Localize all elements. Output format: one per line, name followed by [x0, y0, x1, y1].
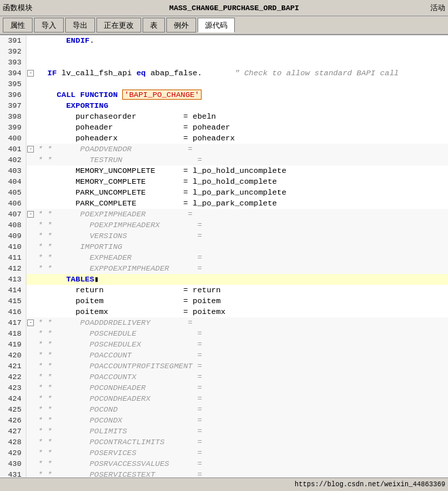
code-line: * * POADDDRDELIVERY =: [35, 317, 448, 328]
code-line: * * POEXPIMPHEADERX =: [35, 220, 448, 231]
line-number: 419: [0, 339, 26, 350]
fold-indicator: [26, 285, 35, 296]
fold-indicator: [26, 35, 35, 46]
code-line: * * POSCHEDULEX =: [35, 339, 448, 350]
fold-icon[interactable]: -: [27, 319, 34, 326]
code-line: * * POACCOUNT =: [35, 350, 448, 361]
fold-indicator: [26, 220, 35, 231]
code-line: MEMORY_COMPLETE = l_po_hold_complete: [35, 176, 448, 187]
code-line: * * IMPORTING: [35, 241, 448, 252]
code-line: * * POSERVICESTEXT =: [35, 469, 448, 477]
fold-indicator: [26, 133, 35, 144]
fold-indicator: [26, 46, 35, 57]
code-line: * * POCONDHEADERX =: [35, 393, 448, 404]
top-bar-right-title: 活动: [430, 3, 445, 13]
line-number: 407: [0, 209, 26, 220]
code-line: * * EXPPOEXPIMPHEADER =: [35, 263, 448, 274]
code-line: * * POCONDHEADER =: [35, 382, 448, 393]
fold-indicator: [26, 328, 35, 339]
table-row: 421* * POACCOUNTPROFITSEGMENT =: [0, 361, 448, 372]
code-line: MEMORY_UNCOMPLETE = l_po_hold_uncomplete: [35, 165, 448, 176]
code-line: poheaderx = poheaderx: [35, 133, 448, 144]
fold-indicator[interactable]: -: [26, 144, 35, 155]
table-row: 431* * POSERVICESTEXT =: [0, 469, 448, 477]
top-bar-left-title: 函数模块: [3, 3, 33, 13]
line-number: 420: [0, 350, 26, 361]
fold-indicator: [26, 165, 35, 176]
toolbar: 属性导入导出正在更改表例外源代码: [0, 16, 448, 35]
toolbar-btn-正在更改[interactable]: 正在更改: [96, 18, 141, 33]
table-row: 414 return = return: [0, 285, 448, 296]
fold-indicator: [26, 274, 35, 285]
line-number: 403: [0, 165, 26, 176]
line-number: 405: [0, 187, 26, 198]
table-row: 428* * POCONTRACTLIMITS =: [0, 437, 448, 448]
table-row: 405 PARK_UNCOMPLETE = l_po_park_uncomple…: [0, 187, 448, 198]
fold-indicator: [26, 458, 35, 469]
line-number: 406: [0, 198, 26, 209]
fold-indicator: [26, 437, 35, 448]
line-number: 412: [0, 263, 26, 274]
line-number: 413: [0, 274, 26, 285]
table-row: 420* * POACCOUNT =: [0, 350, 448, 361]
table-row: 396 CALL FUNCTION 'BAPI_PO_CHANGE': [0, 90, 448, 100]
fold-indicator: [26, 122, 35, 133]
code-content[interactable]: 391 ENDIF.392393394- IF lv_call_fsh_api …: [0, 35, 448, 477]
toolbar-btn-导出[interactable]: 导出: [65, 18, 95, 33]
toolbar-btn-例外[interactable]: 例外: [166, 18, 196, 33]
fold-icon[interactable]: -: [27, 70, 34, 77]
line-number: 431: [0, 469, 26, 477]
table-row: 394- IF lv_call_fsh_api eq abap_false. "…: [0, 68, 448, 79]
table-row: 402* * TESTRUN =: [0, 155, 448, 165]
code-line: [35, 79, 448, 90]
toolbar-btn-属性[interactable]: 属性: [3, 18, 33, 33]
fold-icon[interactable]: -: [27, 146, 34, 153]
toolbar-btn-导入[interactable]: 导入: [34, 18, 64, 33]
table-row: 423* * POCONDHEADER =: [0, 382, 448, 393]
toolbar-btn-表[interactable]: 表: [143, 18, 165, 33]
line-number: 427: [0, 426, 26, 437]
line-number: 421: [0, 361, 26, 372]
line-number: 409: [0, 231, 26, 241]
line-number: 392: [0, 46, 26, 57]
line-number: 402: [0, 155, 26, 165]
fold-indicator[interactable]: -: [26, 209, 35, 220]
fold-indicator: [26, 231, 35, 241]
fold-indicator[interactable]: -: [26, 317, 35, 328]
code-line: poitemx = poitemx: [35, 307, 448, 317]
line-number: 428: [0, 437, 26, 448]
toolbar-btn-源代码[interactable]: 源代码: [198, 18, 235, 33]
line-number: 399: [0, 122, 26, 133]
line-number: 418: [0, 328, 26, 339]
code-line: * * POCONDX =: [35, 415, 448, 426]
line-number: 422: [0, 372, 26, 382]
line-number: 397: [0, 100, 26, 111]
table-row: 417-* * POADDDRDELIVERY =: [0, 317, 448, 328]
code-line: TABLES▮: [35, 274, 448, 285]
code-line: ENDIF.: [35, 35, 448, 46]
line-number: 423: [0, 382, 26, 393]
fold-indicator: [26, 307, 35, 317]
line-number: 429: [0, 448, 26, 458]
code-table: 391 ENDIF.392393394- IF lv_call_fsh_api …: [0, 35, 448, 477]
fold-indicator: [26, 79, 35, 90]
code-line: EXPORTING: [35, 100, 448, 111]
fold-indicator: [26, 57, 35, 68]
table-row: 401-* * POADDVENDOR =: [0, 144, 448, 155]
code-line: [35, 46, 448, 57]
code-line: * * POACCOUNTPROFITSEGMENT =: [35, 361, 448, 372]
fold-icon[interactable]: -: [27, 211, 34, 218]
table-row: 430* * POSRVACCESSVALUES =: [0, 458, 448, 469]
line-number: 414: [0, 285, 26, 296]
line-number: 395: [0, 79, 26, 90]
code-line: purchaseorder = ebeln: [35, 111, 448, 122]
code-line: * * EXPHEADER =: [35, 252, 448, 263]
code-line: * * POSRVACCESSVALUES =: [35, 458, 448, 469]
fold-indicator: [26, 404, 35, 415]
code-line: PARK_COMPLETE = l_po_park_complete: [35, 198, 448, 209]
fold-indicator: [26, 176, 35, 187]
line-number: 410: [0, 241, 26, 252]
code-line: * * POSCHEDULE =: [35, 328, 448, 339]
fold-indicator[interactable]: -: [26, 68, 35, 79]
table-row: 406 PARK_COMPLETE = l_po_park_complete: [0, 198, 448, 209]
